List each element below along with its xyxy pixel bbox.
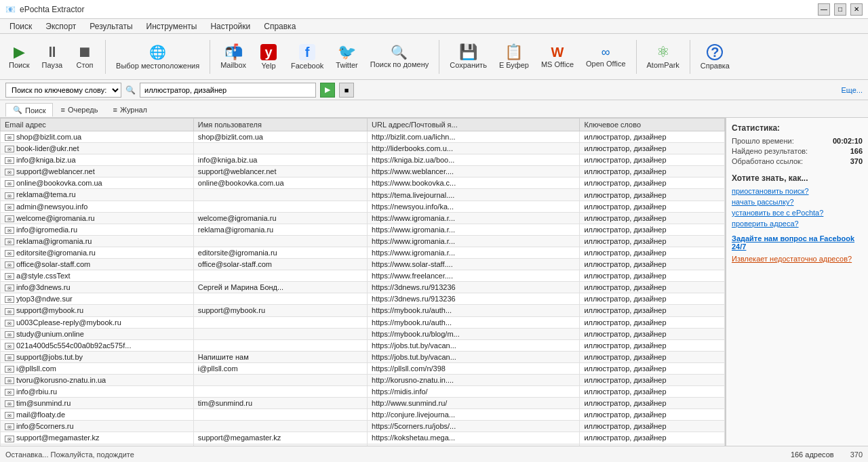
stats-time-label: Прошло времени:: [732, 137, 794, 145]
menu-search[interactable]: Поиск: [3, 20, 39, 33]
table-row[interactable]: ✉info@5corners.ruhttps://5corners.ru/job…: [1, 421, 725, 432]
menu-help[interactable]: Справка: [257, 20, 302, 33]
openoffice-button[interactable]: ∞ Open Office: [581, 37, 631, 77]
help-link-mailing[interactable]: начать рассылку?: [732, 198, 863, 206]
help-link-pause[interactable]: приостановить поиск?: [732, 187, 863, 195]
openoffice-icon: ∞: [601, 46, 610, 58]
pause-button[interactable]: ⏸ Пауза: [37, 37, 67, 77]
twitter-button[interactable]: 🐦 Twitter: [331, 37, 362, 77]
table-row[interactable]: ✉support@megamaster.kzsupport@megamaster…: [1, 432, 725, 444]
table-row[interactable]: ✉office@solar-staff.comoffice@solar-staf…: [1, 259, 725, 270]
cell-user: [193, 328, 367, 339]
atompark-button[interactable]: ⚛ AtomPark: [642, 37, 684, 77]
table-row[interactable]: ✉a@style.cssTexthttps://www.freelancer..…: [1, 270, 725, 282]
cell-keyword: иллюстратор, дизайнер: [580, 154, 725, 166]
table-row[interactable]: ✉shop@bizlit.com.uashop@bizlit.com.uahtt…: [1, 131, 725, 143]
tab-queue[interactable]: ≡ Очередь: [53, 103, 105, 116]
table-row[interactable]: ✉study@unium.onlinehttps://mybook.ru/blo…: [1, 328, 725, 339]
cell-email: ✉tvoru@korusno-znatu.in.ua: [1, 374, 194, 385]
table-row[interactable]: ✉u003Cplease-reply@mybook.ruhttps://mybo…: [1, 316, 725, 328]
menu-tools[interactable]: Инструменты: [140, 20, 204, 33]
cell-user: welcome@igromania.ru: [193, 212, 367, 224]
search-tab-icon: 🔍: [13, 106, 22, 114]
search-input[interactable]: [140, 83, 316, 98]
table-row[interactable]: ✉info@igromedia.rureklama@igromania.ruht…: [1, 224, 725, 235]
cell-email: ✉ytop3@ndwe.sur: [1, 293, 194, 305]
title-bar: 📧 ePochta Extractor — □ ✕: [0, 0, 868, 19]
menu-results[interactable]: Результаты: [83, 20, 139, 33]
table-row[interactable]: ✉welcome@igromania.ruwelcome@igromania.r…: [1, 212, 725, 224]
table-row[interactable]: ✉mail@floaty.dehttp://conjure.livejourna…: [1, 409, 725, 421]
cell-keyword: иллюстратор, дизайнер: [580, 444, 725, 446]
save-button[interactable]: 💾 Сохранить: [445, 37, 492, 77]
cell-user: support@mybook.ru: [193, 305, 367, 316]
cell-url: https://tema.livejournal....: [368, 189, 580, 201]
search-label: Поиск: [9, 61, 29, 69]
extract-more-link[interactable]: Извлекает недостаточно адресов?: [732, 255, 863, 263]
msoffice-button[interactable]: W MS Office: [536, 37, 578, 77]
facebook-icon: f: [299, 44, 315, 60]
menu-settings[interactable]: Настройки: [203, 20, 257, 33]
cell-url: https://jobs.tut.by/vacan...: [368, 351, 580, 362]
cell-keyword: иллюстратор, дизайнер: [580, 421, 725, 432]
tab-search[interactable]: 🔍 Поиск: [5, 103, 53, 117]
stop-button[interactable]: ⏹ Стоп: [70, 37, 100, 77]
yelp-button[interactable]: y Yelp: [254, 37, 283, 77]
cell-user: editorsite@igromania.ru: [193, 247, 367, 258]
cell-url: http://www.sunmind.ru/: [368, 398, 580, 409]
help-link-install[interactable]: установить все с ePochta?: [732, 209, 863, 217]
help-toolbar-button[interactable]: ? Справка: [696, 37, 734, 77]
table-row[interactable]: ✉info@3dnews.ruСергей и Марина Бонд...ht…: [1, 282, 725, 293]
cell-keyword: иллюстратор, дизайнер: [580, 201, 725, 212]
searchdomain-button[interactable]: 🔍 Поиск по домену: [366, 37, 433, 77]
table-row[interactable]: ✉i@pllsll.comi@pllsll.comhttps://pllsll.…: [1, 362, 725, 374]
close-button[interactable]: ✕: [850, 3, 863, 16]
table-row[interactable]: ✉editorsite@igromania.rueditorsite@igrom…: [1, 247, 725, 258]
table-row[interactable]: ✉support@jobs.tut.byНапишите намhttps://…: [1, 351, 725, 362]
table-row[interactable]: ✉021a400d5c554c00a0b92ac575f...https://j…: [1, 339, 725, 351]
stats-processed-value: 370: [850, 157, 863, 165]
stop-search-button[interactable]: ■: [339, 83, 354, 98]
toolbar: ▶ Поиск ⏸ Пауза ⏹ Стоп 🌐 Выбор местополо…: [0, 34, 868, 80]
cell-user: support@weblancer.net: [193, 166, 367, 177]
table-row[interactable]: ✉tim@sunmind.rutim@sunmind.ruhttp://www.…: [1, 398, 725, 409]
results-table-container[interactable]: Email адрес Имя пользователя URL адрес/П…: [0, 118, 725, 446]
ebuffer-button[interactable]: 📋 Е Буфер: [494, 37, 534, 77]
table-row[interactable]: ✉n@l-i-v-k-a.livejournal.comhttps://pale…: [1, 444, 725, 446]
cell-url: https://www.igromania.r...: [368, 235, 580, 247]
menu-export[interactable]: Экспорт: [39, 20, 83, 33]
cell-keyword: иллюстратор, дизайнер: [580, 282, 725, 293]
table-row[interactable]: ✉tvoru@korusno-znatu.in.uahttp://korusno…: [1, 374, 725, 385]
table-row[interactable]: ✉support@weblancer.netsupport@weblancer.…: [1, 166, 725, 177]
cell-user: online@bookovka.com.ua: [193, 177, 367, 189]
facebook-button[interactable]: f Facebook: [286, 37, 328, 77]
cell-url: http://liderbooks.com.u...: [368, 143, 580, 154]
facebook-question-link[interactable]: Задайте нам вопрос на Facebook 24/7: [732, 234, 863, 251]
table-row[interactable]: ✉reklama@igromania.ruhttps://www.igroman…: [1, 235, 725, 247]
search-type-select[interactable]: Поиск по ключевому слову:Поиск по домену…: [5, 83, 121, 98]
mailbox-icon: 📬: [224, 45, 243, 60]
cell-keyword: иллюстратор, дизайнер: [580, 362, 725, 374]
table-row[interactable]: ✉reklama@tema.ruhttps://tema.livejournal…: [1, 189, 725, 201]
tab-journal[interactable]: ≡ Журнал: [105, 103, 155, 116]
table-row[interactable]: ✉info@rbiu.ruhttps://midis.info/иллюстра…: [1, 386, 725, 398]
table-row[interactable]: ✉admin@newsyou.infohttps://newsyou.info/…: [1, 201, 725, 212]
mailbox-button[interactable]: 📬 Mailbox: [216, 37, 251, 77]
app-title: 📧 ePochta Extractor: [5, 5, 84, 14]
table-row[interactable]: ✉online@bookovka.com.uaonline@bookovka.c…: [1, 177, 725, 189]
cell-email: ✉support@weblancer.net: [1, 166, 194, 177]
table-row[interactable]: ✉info@kniga.biz.uainfo@kniga.biz.uahttps…: [1, 154, 725, 166]
table-row[interactable]: ✉book-lider@ukr.nethttp://liderbooks.com…: [1, 143, 725, 154]
more-button[interactable]: Еще...: [841, 86, 863, 94]
start-search-button[interactable]: ▶: [320, 83, 335, 98]
table-row[interactable]: ✉support@mybook.rusupport@mybook.ruhttps…: [1, 305, 725, 316]
help-link-verify[interactable]: проверить адреса?: [732, 219, 863, 228]
maximize-button[interactable]: □: [834, 3, 846, 16]
search-button[interactable]: ▶ Поиск: [4, 37, 34, 77]
cell-user: [193, 201, 367, 212]
cell-keyword: иллюстратор, дизайнер: [580, 166, 725, 177]
table-row[interactable]: ✉ytop3@ndwe.surhttps://3dnews.ru/913236и…: [1, 293, 725, 305]
location-button[interactable]: 🌐 Выбор местоположения: [111, 37, 204, 77]
minimize-button[interactable]: —: [818, 3, 830, 16]
cell-url: https://www.igromania.r...: [368, 247, 580, 258]
